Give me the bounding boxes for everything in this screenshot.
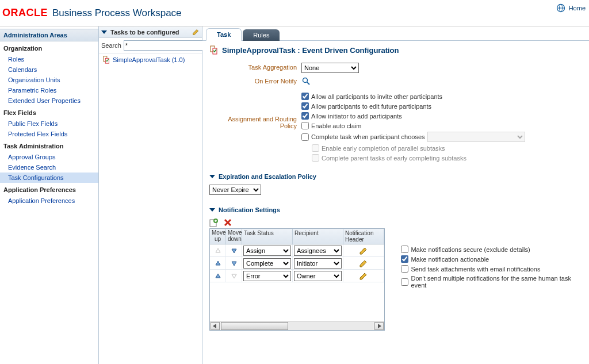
opt-actionable[interactable]: Make notification actionable [401,255,584,263]
page-title: SimpleApprovalTask : Event Driven Config… [209,45,584,55]
scroll-left-icon[interactable] [211,322,220,330]
move-up-cell[interactable] [210,257,226,269]
globe-icon[interactable] [556,3,565,13]
expiration-select[interactable]: Never Expire [209,185,261,195]
task-icon [209,45,219,55]
chk-complete-choose[interactable] [301,133,309,141]
table-row: AssignAssignees [210,244,384,257]
add-row-icon[interactable] [209,218,219,227]
scroll-right-icon[interactable] [374,322,384,330]
tasks-configured-title: Tasks to be configured [110,29,190,36]
sidebar-item-approval-groups[interactable]: Approval Groups [0,152,98,162]
sidebar-item-calendars[interactable]: Calendars [0,64,98,75]
scroll-thumb[interactable] [221,322,288,330]
status-select[interactable]: Error [243,271,291,281]
on-error-notify-label: On Error Notify [209,76,301,85]
home-link[interactable]: Home [569,5,586,12]
recipient-select[interactable]: Initiator [294,258,342,269]
opt-edit-future[interactable]: Allow participants to edit future partic… [301,102,525,110]
opt-invite[interactable]: Allow all participants to invite other p… [301,93,525,100]
disclose-icon[interactable] [209,175,215,178]
edit-icon[interactable] [192,28,200,36]
sel-complete-choose [427,132,525,142]
chk-invite[interactable] [301,93,309,100]
opt-secure[interactable]: Make notifications secure (exclude detai… [401,246,584,253]
task-tree-item[interactable]: SimpleApprovalTask (1.0) [99,53,202,66]
sidebar-item-org-units[interactable]: Organization Units [0,75,98,85]
sidebar-item-evidence-search[interactable]: Evidence Search [0,162,98,173]
disclose-icon[interactable] [209,208,215,212]
move-up-cell[interactable] [210,270,226,282]
table-header: Move up Move down Task Status Recipient … [210,229,384,244]
tab-bar: Task Rules [202,26,589,40]
search-label: Search [101,42,121,49]
move-up-cell[interactable] [210,244,226,256]
chk-actionable[interactable] [401,255,408,263]
edit-header-cell[interactable] [343,257,384,269]
recipient-select[interactable]: Owner [294,271,342,281]
page-title-text: SimpleApprovalTask : Event Driven Config… [222,46,399,55]
svg-marker-20 [378,324,381,328]
table-row: ErrorOwner [210,270,384,282]
group-flex-fields: Flex Fields [0,106,98,118]
sidebar-item-task-configurations[interactable]: Task Configurations [0,173,98,183]
svg-marker-13 [216,248,220,252]
pane: SimpleApprovalTask : Event Driven Config… [202,40,589,364]
search-input[interactable] [124,40,206,51]
opt-early-parallel: Enable early completion of parallel subt… [312,144,525,152]
opt-initiator-add[interactable]: Allow initiator to add participants [301,112,525,120]
chk-auto-claim[interactable] [301,122,309,129]
admin-sidebar: Administration Areas Organization Roles … [0,26,99,364]
tab-task[interactable]: Task [206,28,242,41]
recipient-select[interactable]: Assignees [294,246,342,256]
edit-header-cell[interactable] [343,270,384,282]
task-icon [102,56,110,64]
task-tree-label: SimpleApprovalTask (1.0) [113,56,185,63]
chk-attach[interactable] [401,265,408,273]
content: Task Rules SimpleApprovalTask : Event Dr… [202,26,589,364]
group-app-prefs: Application Preferences [0,183,98,196]
chk-early-parallel [312,144,319,152]
opt-no-dup[interactable]: Don't send multiple notifications for th… [401,275,584,289]
svg-marker-16 [232,262,236,266]
move-down-cell[interactable] [226,257,242,269]
notification-toolbar [209,218,584,227]
sidebar-item-protected-flex[interactable]: Protected Flex Fields [0,129,98,139]
sidebar-item-app-prefs[interactable]: Application Preferences [0,196,98,206]
disclose-icon[interactable] [101,30,107,34]
workspace-title: Business Process Workspace [52,7,182,19]
status-select[interactable]: Assign [243,246,291,256]
main: Administration Areas Organization Roles … [0,26,589,364]
section-expiration[interactable]: Expiration and Escalation Policy [209,173,584,180]
chk-parent-early [312,154,319,162]
delete-row-icon[interactable] [223,218,232,227]
chk-secure[interactable] [401,246,408,253]
section-notification[interactable]: Notification Settings [209,206,584,213]
svg-marker-17 [216,274,220,278]
move-down-cell[interactable] [226,244,242,256]
sidebar-item-parametric-roles[interactable]: Parametric Roles [0,85,98,95]
sidebar-item-public-flex[interactable]: Public Flex Fields [0,118,98,129]
assignment-routing-label: Assignment and Routing Policy [209,93,301,129]
chk-no-dup[interactable] [401,278,408,286]
opt-auto-claim[interactable]: Enable auto claim [301,122,525,129]
svg-marker-14 [232,249,236,253]
opt-attach[interactable]: Send task attachments with email notific… [401,265,584,273]
table-row: CompleteInitiator [210,257,384,270]
move-down-cell[interactable] [226,270,242,282]
sidebar-item-ext-user-props[interactable]: Extended User Properties [0,95,98,106]
horizontal-scrollbar[interactable] [210,321,384,330]
notification-table: Move up Move down Task Status Recipient … [209,228,385,331]
chk-initiator-add[interactable] [301,112,309,120]
chk-edit-future[interactable] [301,102,309,110]
opt-complete-choose[interactable]: Complete task when participant chooses [301,132,525,142]
scroll-track[interactable] [221,322,373,330]
sidebar-item-roles[interactable]: Roles [0,54,98,64]
magnifier-icon[interactable] [301,76,311,86]
status-select[interactable]: Complete [243,258,291,269]
task-aggregation-select[interactable]: None [301,63,359,73]
edit-header-cell[interactable] [343,244,384,256]
opt-parent-early: Complete parent tasks of early completin… [312,154,525,162]
oracle-logo: ORACLE [2,7,48,19]
tab-rules[interactable]: Rules [243,29,280,41]
